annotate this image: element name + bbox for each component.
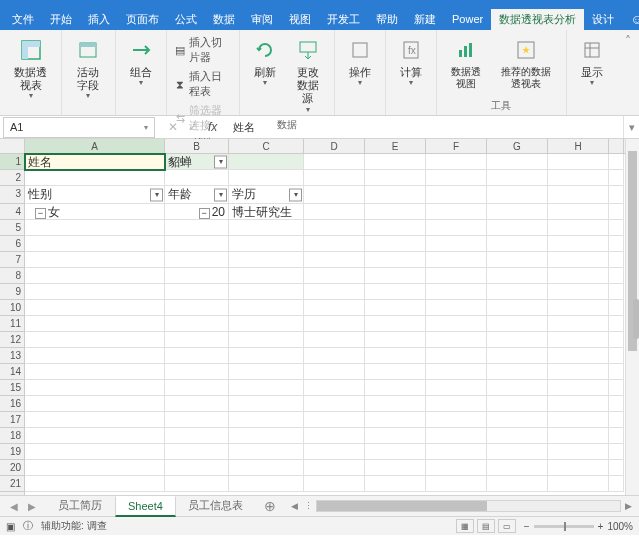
cell[interactable]	[365, 332, 426, 348]
cell[interactable]	[304, 380, 365, 396]
cell[interactable]	[548, 412, 609, 428]
cell[interactable]	[487, 396, 548, 412]
cell[interactable]	[304, 300, 365, 316]
cell[interactable]	[25, 252, 165, 268]
row-header[interactable]: 11	[0, 316, 24, 332]
zoom-out-button[interactable]: −	[524, 521, 530, 532]
cell[interactable]	[487, 204, 548, 220]
tab-view[interactable]: 视图	[281, 9, 319, 30]
cell[interactable]	[548, 186, 609, 204]
cell[interactable]	[165, 316, 229, 332]
collapse-button[interactable]: −	[35, 208, 46, 219]
cell[interactable]	[487, 444, 548, 460]
cell[interactable]	[426, 428, 487, 444]
chevron-down-icon[interactable]: ▾	[144, 123, 148, 132]
scroll-left-icon[interactable]: ◀	[288, 501, 302, 511]
row-header[interactable]: 16	[0, 396, 24, 412]
cell[interactable]	[165, 252, 229, 268]
cell[interactable]	[548, 300, 609, 316]
cell[interactable]	[426, 412, 487, 428]
cell[interactable]	[165, 300, 229, 316]
cell[interactable]	[165, 348, 229, 364]
cell[interactable]	[426, 252, 487, 268]
zoom-slider[interactable]	[534, 525, 594, 528]
cell[interactable]	[487, 236, 548, 252]
cell[interactable]	[548, 252, 609, 268]
sheet-nav-next-icon[interactable]: ▶	[28, 501, 36, 512]
cell[interactable]	[365, 220, 426, 236]
cell[interactable]	[229, 396, 304, 412]
cell[interactable]	[304, 154, 365, 170]
accessibility-icon[interactable]: ⓘ	[23, 519, 33, 533]
cell[interactable]	[548, 444, 609, 460]
cell[interactable]	[25, 236, 165, 252]
cell[interactable]	[365, 348, 426, 364]
column-header[interactable]: A	[25, 139, 165, 153]
cell[interactable]	[487, 476, 548, 492]
cell[interactable]	[487, 268, 548, 284]
cell[interactable]	[229, 444, 304, 460]
cell[interactable]: −女	[25, 204, 165, 220]
cell[interactable]	[229, 300, 304, 316]
tab-review[interactable]: 审阅	[243, 9, 281, 30]
cell[interactable]	[426, 460, 487, 476]
cell[interactable]	[365, 154, 426, 170]
fx-icon[interactable]: fx	[208, 120, 217, 134]
column-header[interactable]: H	[548, 139, 609, 153]
cell[interactable]	[165, 268, 229, 284]
column-header[interactable]: B	[165, 139, 229, 153]
cell[interactable]	[165, 236, 229, 252]
cell[interactable]	[25, 316, 165, 332]
cell[interactable]	[165, 428, 229, 444]
add-sheet-button[interactable]: ⊕	[256, 498, 284, 514]
cell[interactable]	[426, 154, 487, 170]
cell[interactable]	[487, 348, 548, 364]
expand-formula-icon[interactable]: ▾	[623, 116, 639, 138]
cell[interactable]	[487, 170, 548, 186]
cell[interactable]	[229, 364, 304, 380]
tab-dev[interactable]: 开发工	[319, 9, 368, 30]
sheet-tab[interactable]: 员工信息表	[176, 495, 256, 516]
cell[interactable]	[548, 316, 609, 332]
show-button[interactable]: 显示 ▾	[573, 34, 611, 89]
row-header[interactable]: 8	[0, 268, 24, 284]
cell[interactable]	[304, 220, 365, 236]
recommend-pivot-button[interactable]: 推荐的数据透视表	[492, 34, 560, 92]
group-button[interactable]: 组合 ▾	[122, 34, 160, 89]
cell[interactable]	[487, 412, 548, 428]
tab-help[interactable]: 帮助	[368, 9, 406, 30]
cell[interactable]	[229, 220, 304, 236]
filter-button[interactable]: ▾	[214, 188, 227, 201]
cell[interactable]	[165, 332, 229, 348]
cell[interactable]	[165, 220, 229, 236]
cell[interactable]	[365, 186, 426, 204]
cell[interactable]	[229, 412, 304, 428]
row-header[interactable]: 3	[0, 186, 24, 204]
row-header[interactable]: 21	[0, 476, 24, 492]
row-header[interactable]: 12	[0, 332, 24, 348]
cell[interactable]	[165, 284, 229, 300]
tab-power[interactable]: Power	[444, 10, 491, 28]
cell[interactable]	[25, 170, 165, 186]
feedback-icon[interactable]: ☺	[622, 11, 639, 27]
cell[interactable]	[426, 170, 487, 186]
pane-collapse-handle[interactable]	[633, 299, 639, 339]
record-macro-icon[interactable]: ▣	[6, 521, 15, 532]
zoom-in-button[interactable]: +	[598, 521, 604, 532]
cell[interactable]	[548, 348, 609, 364]
sheet-tab[interactable]: Sheet4	[115, 496, 176, 517]
cell[interactable]	[426, 204, 487, 220]
cell[interactable]: 年龄▾	[165, 186, 229, 204]
cell[interactable]	[25, 364, 165, 380]
cell[interactable]	[304, 236, 365, 252]
cell[interactable]	[426, 284, 487, 300]
cell[interactable]	[426, 476, 487, 492]
cell[interactable]	[426, 268, 487, 284]
cell[interactable]	[365, 476, 426, 492]
cell[interactable]	[304, 444, 365, 460]
cell[interactable]	[304, 186, 365, 204]
tab-home[interactable]: 开始	[42, 9, 80, 30]
calc-button[interactable]: fx 计算 ▾	[392, 34, 430, 89]
row-header[interactable]: 1	[0, 154, 24, 170]
cell[interactable]: 性别▾	[25, 186, 165, 204]
